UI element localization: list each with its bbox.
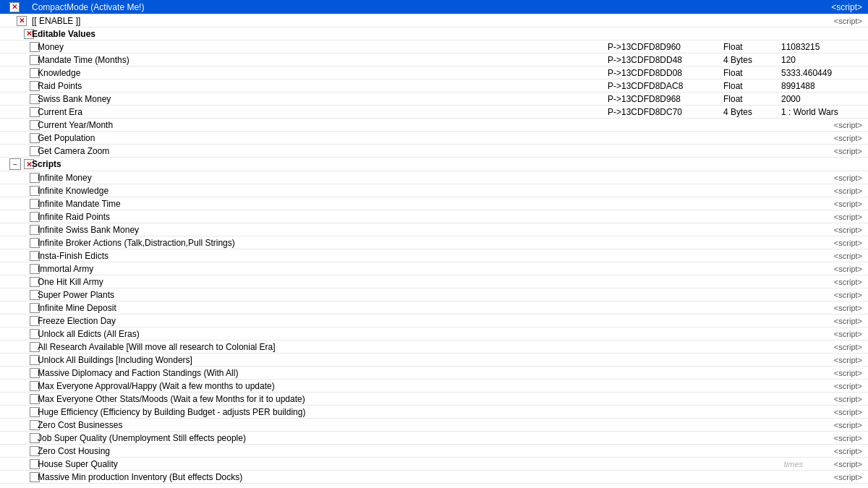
main-container: CompactMode (Activate Me!) <script> [[ E… <box>0 0 868 488</box>
row-value: 2000 <box>781 94 868 104</box>
list-item: Max Everyone Approval/Happy (Wait a few … <box>0 380 868 393</box>
row-type: Float <box>723 81 781 91</box>
row-address: P->13CDFD8D968 <box>608 94 723 104</box>
list-item: House Super Quality <script> times <box>0 458 868 471</box>
item-name: Max Everyone Other Stats/Moods (Wait a f… <box>35 394 810 404</box>
row-checkbox-col <box>0 120 35 130</box>
list-item: All Research Available [Will move all re… <box>0 341 868 354</box>
row-name: Money <box>35 42 608 52</box>
header-checkbox-col <box>0 2 29 12</box>
item-name: Massive Diplomacy and Faction Standings … <box>35 368 810 378</box>
item-script: <script> <box>810 368 868 378</box>
item-checkbox-col <box>0 225 35 235</box>
row-checkbox-col <box>0 68 35 78</box>
item-checkbox-col <box>0 303 35 313</box>
item-script: <script> <box>810 316 868 326</box>
item-script: <script> <box>810 264 868 274</box>
item-checkbox-col <box>0 290 35 300</box>
list-item: Infinite Mandate Time <script> <box>0 197 868 210</box>
item-name: Max Everyone Approval/Happy (Wait a few … <box>35 381 810 391</box>
item-checkbox-col <box>0 420 35 430</box>
expand-icon[interactable]: − <box>9 158 21 170</box>
row-type: 4 Bytes <box>723 107 781 117</box>
item-checkbox-col <box>0 368 35 378</box>
item-checkbox-col <box>0 342 35 352</box>
item-script: <script> <box>810 303 868 313</box>
list-item: Infinite Knowledge <script> <box>0 184 868 197</box>
row-type: Float <box>723 94 781 104</box>
script-items-list: Infinite Money <script> Infinite Knowled… <box>0 171 868 484</box>
row-value: 8991488 <box>781 81 868 91</box>
table-row: Current Year/Month <script> <box>0 119 868 132</box>
table-row: Current Era P->13CDFD8DC70 4 Bytes 1 : W… <box>0 106 868 119</box>
list-item: Infinite Mine Deposit <script> <box>0 301 868 314</box>
item-name: Infinite Mandate Time <box>35 199 810 209</box>
row-name: Get Camera Zoom <box>35 146 550 156</box>
item-name: All Research Available [Will move all re… <box>35 342 810 352</box>
list-item: Massive Diplomacy and Faction Standings … <box>0 367 868 380</box>
item-name: Immortal Army <box>35 264 810 274</box>
row-address: P->13CDFD8DD08 <box>608 68 723 78</box>
item-checkbox-col <box>0 316 35 326</box>
editable-items-list: Money P->13CDFD8D960 Float 11083215 Mand… <box>0 40 868 158</box>
row-checkbox-col <box>0 94 35 104</box>
row-checkbox-col <box>0 133 35 143</box>
item-script: <script> <box>810 251 868 261</box>
scripts-section-header: − Scripts <box>0 158 868 171</box>
row-value: 120 <box>781 55 868 65</box>
item-checkbox-col <box>0 199 35 209</box>
item-name: Infinite Mine Deposit <box>35 303 810 313</box>
editable-header-checkbox-col <box>0 29 29 39</box>
list-item: Insta-Finish Edicts <script> <box>0 249 868 262</box>
item-name: Unlock all Edicts (All Eras) <box>35 329 810 339</box>
item-name: Unlock All Buildings [Including Wonders] <box>35 355 810 365</box>
item-script: <script> <box>810 238 868 248</box>
row-value: 1 : World Wars <box>781 107 868 117</box>
item-script: <script> <box>810 199 868 209</box>
row-script: <script> <box>810 120 868 130</box>
item-checkbox-col <box>0 459 35 469</box>
row-name: Raid Points <box>35 81 608 91</box>
item-script: <script> <box>810 446 868 456</box>
item-checkbox-col <box>0 329 35 339</box>
item-script: <script> <box>810 407 868 417</box>
item-script: <script> <box>810 433 868 443</box>
list-item: Infinite Raid Points <script> <box>0 210 868 223</box>
row-value: 11083215 <box>781 42 868 52</box>
enable-row: [[ ENABLE ]] <script> <box>0 14 868 27</box>
list-item: Zero Cost Housing <script> <box>0 445 868 458</box>
item-checkbox-col <box>0 394 35 404</box>
enable-checkbox[interactable] <box>17 16 27 26</box>
row-checkbox-col <box>0 55 35 65</box>
item-checkbox-col <box>0 251 35 261</box>
item-script: <script> <box>810 290 868 300</box>
item-checkbox-col <box>0 472 35 482</box>
item-checkbox-col <box>0 212 35 222</box>
header-checkbox[interactable] <box>9 2 20 12</box>
list-item: Unlock All Buildings [Including Wonders]… <box>0 354 868 367</box>
row-type: Float <box>723 42 781 52</box>
editable-values-header: Editable Values <box>0 27 868 40</box>
item-script: <script> <box>810 472 868 482</box>
row-name: Get Population <box>35 133 550 143</box>
item-script: <script> <box>810 381 868 391</box>
item-script: <script> <box>810 420 868 430</box>
table-row: Raid Points P->13CDFD8DAC8 Float 8991488 <box>0 80 868 93</box>
row-address: P->13CDFD8DD48 <box>608 55 723 65</box>
item-name: Super Power Plants <box>35 290 810 300</box>
item-name: One Hit Kill Army <box>35 277 810 287</box>
row-address: P->13CDFD8DC70 <box>608 107 723 117</box>
header-row: CompactMode (Activate Me!) <script> <box>0 0 868 14</box>
list-item: Unlock all Edicts (All Eras) <script> <box>0 328 868 341</box>
list-item: Freeze Election Day <script> <box>0 314 868 328</box>
item-script: <script> <box>810 342 868 352</box>
item-checkbox-col <box>0 173 35 183</box>
item-script: <script> <box>810 212 868 222</box>
row-checkbox-col <box>0 107 35 117</box>
item-name: Freeze Election Day <box>35 316 810 326</box>
list-item: Immortal Army <script> <box>0 262 868 275</box>
item-name: Infinite Raid Points <box>35 212 810 222</box>
header-script-tag: <script> <box>810 2 868 12</box>
scripts-header-checkbox-col: − <box>0 158 29 170</box>
item-name: Infinite Broker Actions (Talk,Distractio… <box>35 238 810 248</box>
